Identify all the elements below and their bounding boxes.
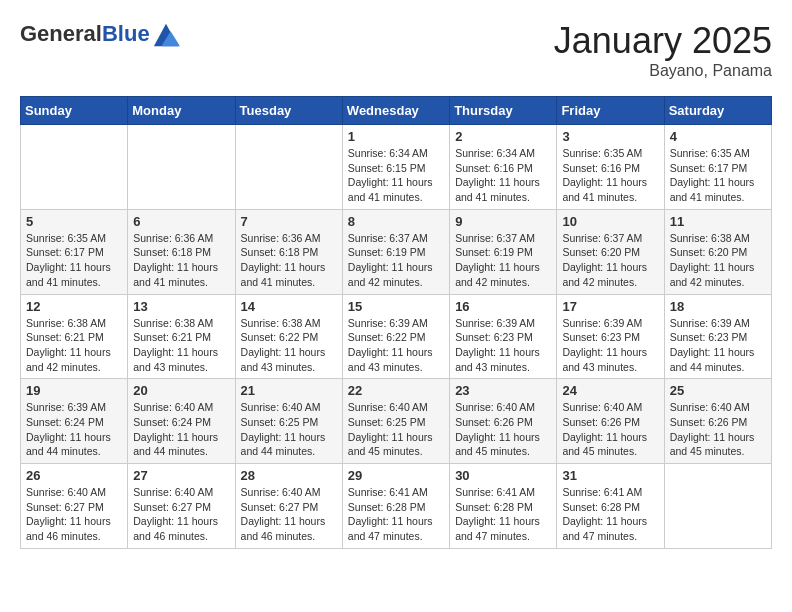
day-info: Sunrise: 6:36 AM Sunset: 6:18 PM Dayligh… xyxy=(241,231,337,290)
calendar-cell: 26Sunrise: 6:40 AM Sunset: 6:27 PM Dayli… xyxy=(21,464,128,549)
calendar-cell: 3Sunrise: 6:35 AM Sunset: 6:16 PM Daylig… xyxy=(557,125,664,210)
day-number: 14 xyxy=(241,299,337,314)
calendar-cell: 23Sunrise: 6:40 AM Sunset: 6:26 PM Dayli… xyxy=(450,379,557,464)
day-number: 6 xyxy=(133,214,229,229)
calendar-cell: 1Sunrise: 6:34 AM Sunset: 6:15 PM Daylig… xyxy=(342,125,449,210)
calendar-week-row: 1Sunrise: 6:34 AM Sunset: 6:15 PM Daylig… xyxy=(21,125,772,210)
day-number: 26 xyxy=(26,468,122,483)
day-info: Sunrise: 6:34 AM Sunset: 6:16 PM Dayligh… xyxy=(455,146,551,205)
day-info: Sunrise: 6:39 AM Sunset: 6:23 PM Dayligh… xyxy=(670,316,766,375)
calendar-cell: 11Sunrise: 6:38 AM Sunset: 6:20 PM Dayli… xyxy=(664,209,771,294)
calendar-cell xyxy=(664,464,771,549)
weekday-header: Friday xyxy=(557,97,664,125)
calendar-cell: 13Sunrise: 6:38 AM Sunset: 6:21 PM Dayli… xyxy=(128,294,235,379)
calendar-cell: 15Sunrise: 6:39 AM Sunset: 6:22 PM Dayli… xyxy=(342,294,449,379)
calendar-cell: 22Sunrise: 6:40 AM Sunset: 6:25 PM Dayli… xyxy=(342,379,449,464)
month-title: January 2025 xyxy=(554,20,772,62)
calendar-cell: 27Sunrise: 6:40 AM Sunset: 6:27 PM Dayli… xyxy=(128,464,235,549)
day-number: 5 xyxy=(26,214,122,229)
day-info: Sunrise: 6:41 AM Sunset: 6:28 PM Dayligh… xyxy=(348,485,444,544)
day-info: Sunrise: 6:35 AM Sunset: 6:17 PM Dayligh… xyxy=(26,231,122,290)
calendar-cell: 20Sunrise: 6:40 AM Sunset: 6:24 PM Dayli… xyxy=(128,379,235,464)
day-number: 20 xyxy=(133,383,229,398)
day-info: Sunrise: 6:40 AM Sunset: 6:27 PM Dayligh… xyxy=(26,485,122,544)
day-number: 27 xyxy=(133,468,229,483)
day-info: Sunrise: 6:38 AM Sunset: 6:21 PM Dayligh… xyxy=(133,316,229,375)
weekday-header: Tuesday xyxy=(235,97,342,125)
calendar-cell: 4Sunrise: 6:35 AM Sunset: 6:17 PM Daylig… xyxy=(664,125,771,210)
calendar-cell: 2Sunrise: 6:34 AM Sunset: 6:16 PM Daylig… xyxy=(450,125,557,210)
calendar-cell: 12Sunrise: 6:38 AM Sunset: 6:21 PM Dayli… xyxy=(21,294,128,379)
day-number: 8 xyxy=(348,214,444,229)
day-info: Sunrise: 6:40 AM Sunset: 6:25 PM Dayligh… xyxy=(241,400,337,459)
calendar-cell: 16Sunrise: 6:39 AM Sunset: 6:23 PM Dayli… xyxy=(450,294,557,379)
day-number: 15 xyxy=(348,299,444,314)
day-number: 9 xyxy=(455,214,551,229)
calendar-cell: 17Sunrise: 6:39 AM Sunset: 6:23 PM Dayli… xyxy=(557,294,664,379)
day-number: 16 xyxy=(455,299,551,314)
day-number: 13 xyxy=(133,299,229,314)
weekday-header: Wednesday xyxy=(342,97,449,125)
day-info: Sunrise: 6:36 AM Sunset: 6:18 PM Dayligh… xyxy=(133,231,229,290)
weekday-header: Monday xyxy=(128,97,235,125)
day-info: Sunrise: 6:40 AM Sunset: 6:26 PM Dayligh… xyxy=(670,400,766,459)
day-number: 28 xyxy=(241,468,337,483)
calendar-cell: 31Sunrise: 6:41 AM Sunset: 6:28 PM Dayli… xyxy=(557,464,664,549)
day-info: Sunrise: 6:39 AM Sunset: 6:23 PM Dayligh… xyxy=(455,316,551,375)
day-info: Sunrise: 6:34 AM Sunset: 6:15 PM Dayligh… xyxy=(348,146,444,205)
day-number: 17 xyxy=(562,299,658,314)
calendar-cell: 6Sunrise: 6:36 AM Sunset: 6:18 PM Daylig… xyxy=(128,209,235,294)
day-number: 11 xyxy=(670,214,766,229)
calendar-week-row: 12Sunrise: 6:38 AM Sunset: 6:21 PM Dayli… xyxy=(21,294,772,379)
day-info: Sunrise: 6:41 AM Sunset: 6:28 PM Dayligh… xyxy=(562,485,658,544)
day-number: 21 xyxy=(241,383,337,398)
calendar-cell: 18Sunrise: 6:39 AM Sunset: 6:23 PM Dayli… xyxy=(664,294,771,379)
weekday-header: Saturday xyxy=(664,97,771,125)
calendar-cell: 30Sunrise: 6:41 AM Sunset: 6:28 PM Dayli… xyxy=(450,464,557,549)
calendar-cell: 10Sunrise: 6:37 AM Sunset: 6:20 PM Dayli… xyxy=(557,209,664,294)
day-number: 3 xyxy=(562,129,658,144)
day-info: Sunrise: 6:40 AM Sunset: 6:25 PM Dayligh… xyxy=(348,400,444,459)
day-info: Sunrise: 6:35 AM Sunset: 6:16 PM Dayligh… xyxy=(562,146,658,205)
calendar-cell: 8Sunrise: 6:37 AM Sunset: 6:19 PM Daylig… xyxy=(342,209,449,294)
day-info: Sunrise: 6:38 AM Sunset: 6:21 PM Dayligh… xyxy=(26,316,122,375)
weekday-header: Thursday xyxy=(450,97,557,125)
day-number: 18 xyxy=(670,299,766,314)
day-number: 23 xyxy=(455,383,551,398)
day-number: 7 xyxy=(241,214,337,229)
day-info: Sunrise: 6:35 AM Sunset: 6:17 PM Dayligh… xyxy=(670,146,766,205)
logo-icon xyxy=(152,20,180,48)
calendar-cell: 19Sunrise: 6:39 AM Sunset: 6:24 PM Dayli… xyxy=(21,379,128,464)
calendar-cell: 14Sunrise: 6:38 AM Sunset: 6:22 PM Dayli… xyxy=(235,294,342,379)
weekday-header: Sunday xyxy=(21,97,128,125)
logo-blue: Blue xyxy=(102,21,150,46)
logo: GeneralBlue xyxy=(20,20,180,48)
day-number: 24 xyxy=(562,383,658,398)
location: Bayano, Panama xyxy=(554,62,772,80)
calendar-cell: 25Sunrise: 6:40 AM Sunset: 6:26 PM Dayli… xyxy=(664,379,771,464)
title-block: January 2025 Bayano, Panama xyxy=(554,20,772,80)
day-number: 12 xyxy=(26,299,122,314)
day-info: Sunrise: 6:37 AM Sunset: 6:19 PM Dayligh… xyxy=(455,231,551,290)
calendar-cell: 24Sunrise: 6:40 AM Sunset: 6:26 PM Dayli… xyxy=(557,379,664,464)
calendar-week-row: 26Sunrise: 6:40 AM Sunset: 6:27 PM Dayli… xyxy=(21,464,772,549)
day-number: 30 xyxy=(455,468,551,483)
day-info: Sunrise: 6:40 AM Sunset: 6:27 PM Dayligh… xyxy=(241,485,337,544)
day-number: 2 xyxy=(455,129,551,144)
day-number: 29 xyxy=(348,468,444,483)
day-number: 10 xyxy=(562,214,658,229)
day-info: Sunrise: 6:38 AM Sunset: 6:22 PM Dayligh… xyxy=(241,316,337,375)
day-number: 19 xyxy=(26,383,122,398)
day-info: Sunrise: 6:41 AM Sunset: 6:28 PM Dayligh… xyxy=(455,485,551,544)
calendar-cell: 9Sunrise: 6:37 AM Sunset: 6:19 PM Daylig… xyxy=(450,209,557,294)
day-number: 25 xyxy=(670,383,766,398)
calendar-cell xyxy=(235,125,342,210)
day-number: 1 xyxy=(348,129,444,144)
day-number: 31 xyxy=(562,468,658,483)
day-info: Sunrise: 6:40 AM Sunset: 6:26 PM Dayligh… xyxy=(455,400,551,459)
calendar-cell: 7Sunrise: 6:36 AM Sunset: 6:18 PM Daylig… xyxy=(235,209,342,294)
calendar: SundayMondayTuesdayWednesdayThursdayFrid… xyxy=(20,96,772,549)
day-info: Sunrise: 6:37 AM Sunset: 6:20 PM Dayligh… xyxy=(562,231,658,290)
calendar-cell: 5Sunrise: 6:35 AM Sunset: 6:17 PM Daylig… xyxy=(21,209,128,294)
day-info: Sunrise: 6:38 AM Sunset: 6:20 PM Dayligh… xyxy=(670,231,766,290)
